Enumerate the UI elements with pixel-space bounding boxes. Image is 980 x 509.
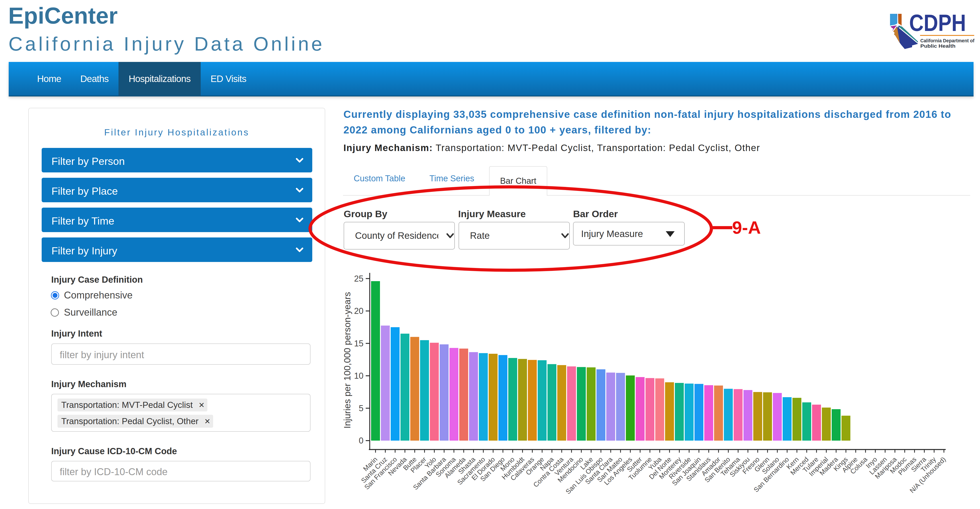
svg-text:San Luis Obispo: San Luis Obispo: [564, 455, 604, 495]
svg-text:CDPH: CDPH: [909, 10, 966, 36]
svg-text:Colusa: Colusa: [849, 455, 869, 476]
svg-text:5: 5: [359, 404, 363, 413]
svg-text:Trinity: Trinity: [920, 455, 937, 473]
svg-text:25: 25: [354, 274, 363, 283]
svg-text:Napa: Napa: [539, 455, 555, 472]
svg-text:Tuolumne: Tuolumne: [627, 455, 653, 482]
svg-text:Butte: Butte: [402, 455, 418, 472]
svg-text:Madera: Madera: [818, 455, 839, 477]
svg-text:Lassen: Lassen: [868, 455, 888, 476]
svg-text:Sonoma: Sonoma: [434, 455, 457, 479]
svg-text:El Dorado: El Dorado: [470, 455, 496, 482]
svg-text:Amador: Amador: [700, 455, 722, 477]
svg-text:Santa Clara: Santa Clara: [584, 455, 614, 486]
svg-text:Shasta: Shasta: [457, 455, 477, 476]
svg-text:Calaveras: Calaveras: [509, 455, 535, 482]
svg-text:Mono: Mono: [499, 455, 516, 472]
svg-text:Kern: Kern: [785, 455, 800, 471]
svg-text:Inyo: Inyo: [864, 455, 878, 469]
svg-text:15: 15: [354, 339, 363, 348]
svg-text:Contra Costa: Contra Costa: [532, 455, 565, 489]
svg-text:San Joaquin: San Joaquin: [671, 455, 702, 487]
svg-text:Solano: Solano: [760, 455, 780, 476]
svg-text:Sierra: Sierra: [910, 455, 928, 473]
svg-text:0: 0: [359, 436, 363, 445]
svg-text:Alameda: Alameda: [443, 455, 467, 479]
svg-text:20: 20: [354, 306, 363, 316]
svg-text:Santa Cruz: Santa Cruz: [360, 455, 388, 484]
svg-text:Stanislaus: Stanislaus: [685, 455, 712, 482]
svg-text:Merced: Merced: [789, 455, 810, 477]
svg-text:Yolo: Yolo: [423, 455, 438, 470]
svg-text:Plumas: Plumas: [897, 455, 918, 477]
svg-text:Humboldt: Humboldt: [500, 455, 526, 481]
svg-text:Glenn: Glenn: [753, 455, 771, 473]
svg-text:San Bernardino: San Bernardino: [752, 455, 790, 494]
svg-text:San Diego: San Diego: [479, 455, 506, 483]
svg-text:Marin: Marin: [362, 455, 379, 472]
svg-text:Monterey: Monterey: [657, 455, 682, 480]
svg-text:Siskiyou: Siskiyou: [728, 455, 751, 478]
svg-text:Fresno: Fresno: [741, 455, 761, 476]
svg-text:Santa Barbara: Santa Barbara: [412, 455, 447, 491]
svg-text:Modoc: Modoc: [888, 455, 908, 475]
svg-text:Del Norte: Del Norte: [648, 455, 673, 481]
svg-text:Sutter: Sutter: [625, 455, 643, 473]
svg-text:Yuba: Yuba: [647, 455, 663, 472]
svg-text:Orange: Orange: [524, 455, 545, 477]
svg-text:San Mateo: San Mateo: [596, 455, 624, 484]
svg-text:Los Angeles: Los Angeles: [603, 455, 633, 487]
svg-text:Kings: Kings: [832, 455, 849, 472]
svg-text:Riverside: Riverside: [667, 455, 692, 480]
svg-text:Nevada: Nevada: [387, 455, 408, 477]
svg-text:Lake: Lake: [579, 455, 594, 471]
svg-text:Mariposa: Mariposa: [873, 455, 898, 480]
svg-text:Alpine: Alpine: [841, 455, 859, 474]
svg-text:Sacramento: Sacramento: [456, 455, 487, 486]
svg-text:Injuries per 100,000 person-ye: Injuries per 100,000 person-years: [342, 292, 352, 428]
svg-text:San Francisco: San Francisco: [363, 455, 398, 491]
svg-text:Tehama: Tehama: [719, 455, 741, 477]
svg-text:Tulare: Tulare: [801, 455, 820, 474]
svg-text:Placer: Placer: [409, 455, 428, 474]
svg-text:Mendocino: Mendocino: [556, 455, 584, 484]
svg-text:9-A: 9-A: [732, 218, 761, 237]
svg-text:San Benito: San Benito: [703, 455, 732, 484]
svg-text:Ventura: Ventura: [553, 455, 575, 477]
svg-text:N/A (Unhoused): N/A (Unhoused): [908, 455, 947, 494]
svg-text:Imperial: Imperial: [807, 455, 829, 477]
svg-text:California Department of: California Department of: [920, 38, 975, 43]
svg-text:10: 10: [354, 371, 363, 380]
svg-text:Public Health: Public Health: [920, 43, 956, 49]
